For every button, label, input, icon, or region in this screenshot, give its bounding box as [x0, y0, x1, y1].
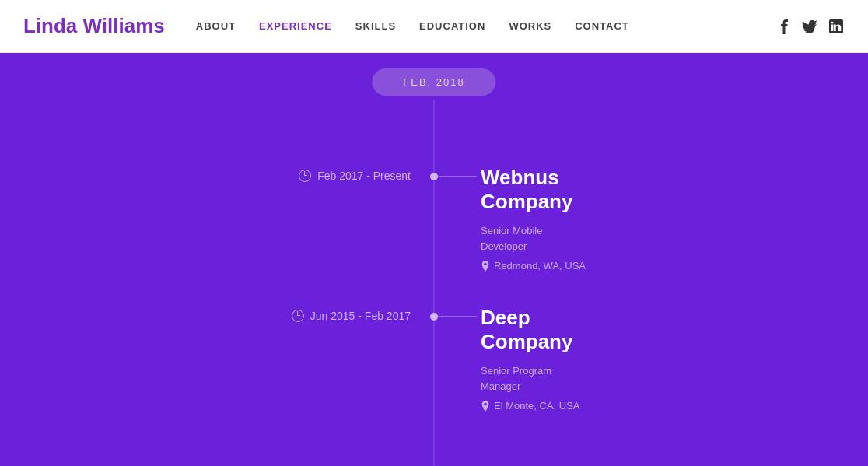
- experience-section: FEB, 2018 Feb 2017 - Present Webnus Comp…: [0, 53, 868, 466]
- timeline-content-2: Deep Company Senior Program Manager El M…: [481, 306, 580, 412]
- nav-works[interactable]: WORKS: [509, 20, 551, 32]
- timeline-dot-2: [430, 313, 438, 321]
- twitter-icon[interactable]: [801, 18, 818, 35]
- timeline-dot-1: [430, 173, 438, 180]
- clock-icon-2: [292, 310, 304, 322]
- company-name-1: Webnus Company: [481, 166, 586, 214]
- date-text-2: Jun 2015 - Feb 2017: [310, 310, 411, 322]
- nav-education[interactable]: EDUCATION: [419, 20, 485, 32]
- location-text-2: El Monte, CA, USA: [494, 400, 580, 412]
- date-text-1: Feb 2017 - Present: [317, 170, 411, 182]
- navbar: Linda Williams ABOUT EXPERIENCE SKILLS E…: [0, 0, 868, 53]
- nav-experience[interactable]: EXPERIENCE: [259, 20, 332, 32]
- social-icons: [775, 18, 845, 35]
- nav-contact[interactable]: CONTACT: [575, 20, 629, 32]
- job-title-1: Senior Mobile Developer: [481, 223, 586, 254]
- linkedin-icon[interactable]: [828, 18, 845, 35]
- nav-skills[interactable]: SKILLS: [355, 20, 396, 32]
- site-name[interactable]: Linda Williams: [23, 14, 165, 38]
- facebook-icon[interactable]: [775, 18, 792, 35]
- timeline-connector-2: [438, 316, 477, 317]
- location-icon-1: [481, 261, 490, 272]
- location-text-1: Redmond, WA, USA: [494, 260, 586, 272]
- location-1: Redmond, WA, USA: [481, 260, 586, 272]
- timeline-date-pill: FEB, 2018: [372, 68, 495, 96]
- timeline-connector-1: [438, 176, 477, 177]
- timeline-date-1: Feb 2017 - Present: [299, 170, 411, 182]
- nav-links: ABOUT EXPERIENCE SKILLS EDUCATION WORKS …: [196, 20, 775, 32]
- company-name-2: Deep Company: [481, 306, 580, 354]
- location-icon-2: [481, 401, 490, 412]
- clock-icon-1: [299, 170, 311, 182]
- location-2: El Monte, CA, USA: [481, 400, 580, 412]
- job-title-2: Senior Program Manager: [481, 363, 580, 394]
- timeline-date-2: Jun 2015 - Feb 2017: [292, 310, 411, 322]
- timeline-items: Feb 2017 - Present Webnus Company Senior…: [0, 123, 868, 466]
- nav-about[interactable]: ABOUT: [196, 20, 236, 32]
- timeline-content-1: Webnus Company Senior Mobile Developer R…: [481, 166, 586, 272]
